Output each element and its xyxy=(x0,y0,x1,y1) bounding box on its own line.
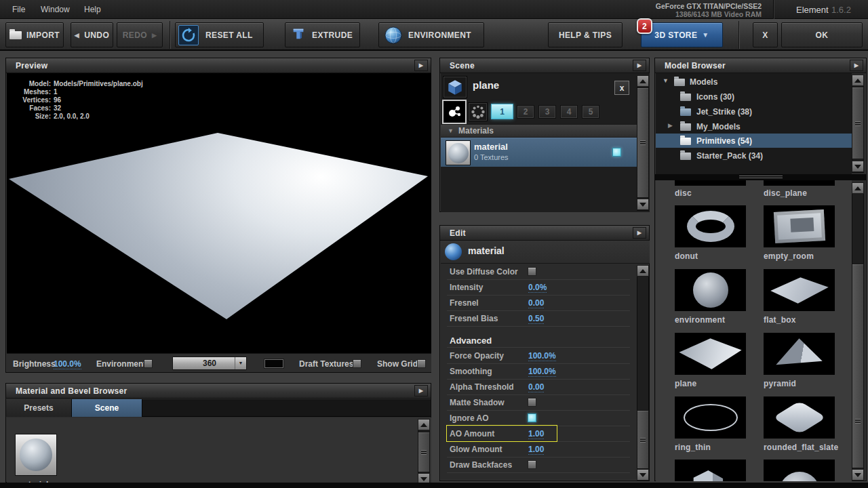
model-thumb-rounded-flat-slate[interactable] xyxy=(764,396,835,439)
folder-icon xyxy=(680,152,691,160)
group-button-1[interactable]: 1 xyxy=(491,104,513,119)
import-button[interactable]: IMPORT xyxy=(5,22,64,47)
tab-scene[interactable]: Scene xyxy=(72,399,142,417)
scene-material-row[interactable]: material 0 Textures xyxy=(441,138,637,167)
model-thumb-environment[interactable] xyxy=(675,269,746,311)
model-thumb-disc-plane[interactable] xyxy=(764,180,835,186)
background-color-swatch[interactable] xyxy=(264,359,283,368)
glow-amount-value[interactable]: 1.00 xyxy=(528,445,544,455)
scroll-up-button[interactable] xyxy=(852,75,864,86)
scene-collapse-arrow[interactable]: ▶ xyxy=(633,60,646,71)
scene-material-thumbnail xyxy=(446,140,471,165)
tree-item-icons[interactable]: Icons (30) xyxy=(656,89,852,104)
use-diffuse-color-checkbox[interactable] xyxy=(528,267,536,276)
model-thumb-flat-box[interactable] xyxy=(764,269,835,311)
smoothing-value[interactable]: 100.0% xyxy=(528,367,556,377)
tree-grid-splitter[interactable] xyxy=(655,174,866,180)
material-thumbnail[interactable] xyxy=(15,434,57,476)
scroll-down-button[interactable] xyxy=(852,161,864,172)
scene-material-checkbox[interactable] xyxy=(612,148,621,157)
remove-object-button[interactable]: x xyxy=(614,81,629,95)
menu-help[interactable]: Help xyxy=(84,5,101,14)
preview-header: Preview ▶ xyxy=(6,58,431,73)
scroll-up-button[interactable] xyxy=(637,265,649,277)
scroll-up-button[interactable] xyxy=(418,419,430,430)
model-thumb-pyramid[interactable] xyxy=(764,333,835,375)
model-thumb-plane[interactable] xyxy=(675,333,746,375)
store-button[interactable]: 2 3D STORE ▼ xyxy=(641,22,723,47)
fresnel-value[interactable]: 0.00 xyxy=(528,298,544,308)
tree-item-my-models[interactable]: ▶ My_Models xyxy=(656,119,852,134)
model-thumb-partial-2[interactable] xyxy=(764,460,835,481)
tree-collapsed-icon[interactable]: ▶ xyxy=(668,122,673,129)
fresnel-bias-value[interactable]: 0.50 xyxy=(528,314,544,324)
force-opacity-value[interactable]: 100.0% xyxy=(528,351,556,361)
ignore-ao-checkbox[interactable] xyxy=(528,413,536,422)
edit-material-header: material xyxy=(441,241,650,264)
model-thumb-empty-room[interactable] xyxy=(764,205,835,247)
tree-expanded-icon[interactable]: ▼ xyxy=(663,77,669,84)
group-button-3[interactable]: 3 xyxy=(538,105,556,119)
scroll-down-button[interactable] xyxy=(852,469,864,481)
scroll-up-button[interactable] xyxy=(852,182,864,194)
cancel-button[interactable]: X xyxy=(753,22,778,47)
material-browser-collapse-arrow[interactable]: ▶ xyxy=(414,385,428,396)
environment-checkbox[interactable] xyxy=(144,359,153,368)
draw-backfaces-checkbox[interactable] xyxy=(528,460,536,469)
preview-collapse-arrow[interactable]: ▶ xyxy=(414,60,428,71)
model-browser-collapse-arrow[interactable]: ▶ xyxy=(850,60,863,71)
model-thumb-ring-thin[interactable] xyxy=(675,396,746,439)
particle-mode-button[interactable] xyxy=(443,101,465,123)
scroll-up-button[interactable] xyxy=(637,75,649,87)
tree-item-starter-pack[interactable]: Starter_Pack (34) xyxy=(656,148,852,163)
material-bevel-browser-panel: Material and Bevel Browser ▶ Presets Sce… xyxy=(5,383,431,483)
scrollbar-thumb[interactable] xyxy=(418,432,430,472)
scrollbar-thumb[interactable] xyxy=(637,87,649,198)
ao-amount-value[interactable]: 1.00 xyxy=(528,429,544,439)
extrude-button[interactable]: EXTRUDE xyxy=(285,22,360,47)
particle-replicator-button[interactable] xyxy=(468,102,488,121)
ok-button[interactable]: OK xyxy=(781,22,863,47)
tab-presets[interactable]: Presets xyxy=(6,399,72,417)
rotation-dropdown[interactable]: 360 ▼ xyxy=(172,357,247,370)
draft-textures-checkbox[interactable] xyxy=(353,359,361,368)
brightness-value[interactable]: 100.0% xyxy=(54,359,81,369)
model-browser-panel: Model Browser ▶ ▼ Models Icons (30) Jet_… xyxy=(654,58,867,481)
object-cube-button[interactable] xyxy=(443,76,467,98)
scroll-down-button[interactable] xyxy=(637,469,649,481)
intensity-value[interactable]: 0.0% xyxy=(528,283,547,293)
preview-controls-bar: Brightness 100.0% Environment 360 ▼ Draf… xyxy=(7,353,431,372)
scrollbar-thumb[interactable] xyxy=(852,264,864,468)
alpha-threshold-value[interactable]: 0.00 xyxy=(528,382,544,392)
edit-panel: Edit ▶ material Use Diffuse Color Intens… xyxy=(439,225,650,481)
tree-item-primitives[interactable]: Primitives (54) xyxy=(656,134,852,148)
mesh-count: 1 xyxy=(54,88,58,96)
model-thumb-donut[interactable] xyxy=(675,205,746,247)
group-button-4[interactable]: 4 xyxy=(560,105,578,119)
group-button-5[interactable]: 5 xyxy=(582,105,599,119)
model-thumb-partial-1[interactable] xyxy=(675,460,746,481)
tree-item-models[interactable]: ▼ Models xyxy=(656,75,852,89)
material-browser-header: Material and Bevel Browser ▶ xyxy=(6,384,431,399)
scroll-down-button[interactable] xyxy=(637,199,649,210)
edit-collapse-arrow[interactable]: ▶ xyxy=(633,227,646,239)
menu-file[interactable]: File xyxy=(12,5,25,14)
preview-viewport[interactable]: Model:Models/Primitives/plane.obj Meshes… xyxy=(7,73,431,353)
help-tips-button[interactable]: HELP & TIPS xyxy=(548,22,623,47)
reset-all-button[interactable]: RESET ALL xyxy=(175,22,264,47)
particle-icon xyxy=(446,104,462,120)
environment-button[interactable]: ENVIRONMENT xyxy=(378,22,484,47)
model-path: Models/Primitives/plane.obj xyxy=(54,80,143,88)
scrollbar-thumb[interactable] xyxy=(637,410,649,469)
model-thumb-disc[interactable] xyxy=(675,180,746,186)
scroll-down-button[interactable] xyxy=(418,473,430,483)
tree-item-jet-strike[interactable]: Jet_Strike (38) xyxy=(656,104,852,119)
menu-window[interactable]: Window xyxy=(41,5,70,14)
show-grid-checkbox[interactable] xyxy=(417,359,426,368)
redo-button[interactable]: REDO ▶ xyxy=(117,22,163,47)
undo-button[interactable]: ◀ UNDO xyxy=(71,22,113,47)
scrollbar-thumb[interactable] xyxy=(852,87,864,159)
matte-shadow-checkbox[interactable] xyxy=(528,398,536,407)
materials-section-header[interactable]: ▼ Materials xyxy=(441,124,637,138)
group-button-2[interactable]: 2 xyxy=(517,105,534,119)
